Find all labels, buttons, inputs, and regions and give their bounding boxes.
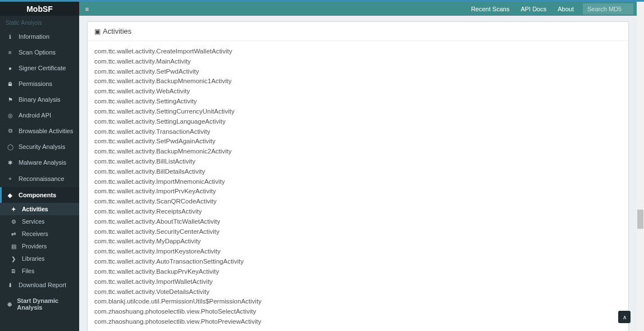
activity-item: com.ttc.wallet.activity.CreateImportWall… xyxy=(94,47,622,57)
activity-item: com.ttc.wallet.activity.ImportKeystoreAc… xyxy=(94,247,622,257)
nav-recon[interactable]: ＋Reconnaissance xyxy=(0,170,79,187)
main-scrollbar[interactable] xyxy=(637,2,644,331)
nav-permissions[interactable]: 🔒︎Permissions xyxy=(0,76,79,92)
nav-scan-options[interactable]: ≡Scan Options xyxy=(0,44,79,60)
receivers-icon: ⇄ xyxy=(9,231,18,237)
logo-text-a: Mob xyxy=(26,4,43,13)
nav-label: Activities xyxy=(22,206,48,212)
top-header: ≡ Recent Scans API Docs About xyxy=(79,2,637,16)
activity-item: com.ttc.wallet.activity.SetPwdActivity xyxy=(94,67,622,77)
nav-components[interactable]: ◆Components xyxy=(0,187,79,203)
activities-icon: ✦ xyxy=(9,206,18,212)
nav-label: Browsable Activities xyxy=(19,128,73,134)
nav-label: Information xyxy=(19,33,49,40)
nav-android-api[interactable]: ◎Android API xyxy=(0,107,79,123)
nav-binary[interactable]: ⚑Binary Analysis xyxy=(0,92,79,107)
nav-label: Providers xyxy=(22,243,47,250)
nav-label: Libraries xyxy=(22,255,44,262)
cert-icon: ● xyxy=(6,65,15,71)
nav-label: Services xyxy=(22,218,44,225)
activity-item: com.ttc.wallet.activity.MyDappActivity xyxy=(94,237,622,247)
activity-item: com.ttc.wallet.activity.WebActivity xyxy=(94,87,622,97)
chevron-up-icon: ∧ xyxy=(623,314,627,320)
activity-item: com.ttc.wallet.activity.AutoTransactionS… xyxy=(94,257,622,267)
components-icon: ◆ xyxy=(6,192,15,198)
activity-item: com.ttc.wallet.activity.ImportMnemonicAc… xyxy=(94,177,622,187)
activity-item: com.zhaoshuang.photoselectlib.view.Photo… xyxy=(94,317,622,327)
activity-item: com.ttc.wallet.activity.SettingCurrencyU… xyxy=(94,107,622,117)
info-icon: ℹ xyxy=(6,34,15,40)
activities-title: Activities xyxy=(103,27,131,35)
activity-item: com.ttc.wallet.activity.BillListActivity xyxy=(94,157,622,167)
activities-panel-header: ▣ Activities xyxy=(88,22,628,41)
activity-item: com.ttc.wallet.activity.BillDetailsActiv… xyxy=(94,167,622,177)
nav-label: Signer Certificate xyxy=(19,65,66,71)
activity-item: com.ttc.wallet.activity.ReceiptsActivity xyxy=(94,207,622,217)
nav-label: Scan Options xyxy=(19,49,56,56)
providers-icon: ▤ xyxy=(9,243,18,250)
nav-label: Binary Analysis xyxy=(19,96,61,103)
shield-icon: ◯ xyxy=(6,144,15,150)
files-icon: 🗎 xyxy=(9,268,18,274)
sub-providers[interactable]: ▤Providers xyxy=(0,240,79,252)
logo[interactable]: MobSF xyxy=(0,2,79,16)
flag-icon: ⚑ xyxy=(6,97,15,103)
nav-signer-cert[interactable]: ●Signer Certificate xyxy=(0,60,79,76)
target-icon: ◎ xyxy=(6,112,15,119)
activity-item: com.ttc.wallet.activity.AboutTtcWalletAc… xyxy=(94,217,622,227)
nav-label: Malware Analysis xyxy=(19,159,66,166)
activity-item: com.ttc.wallet.activity.VoteDetailsActiv… xyxy=(94,287,622,297)
activity-item: com.ttc.wallet.activity.BackupMnemonic2A… xyxy=(94,147,622,157)
activity-item: com.ttc.wallet.activity.ImportPrvKeyActi… xyxy=(94,187,622,197)
nav-label: Components xyxy=(19,192,56,198)
activities-header-icon: ▣ xyxy=(94,28,101,35)
services-icon: ⚙ xyxy=(9,219,18,225)
libraries-icon: ❯ xyxy=(9,256,18,262)
bug-icon: ✱ xyxy=(6,160,15,166)
sub-receivers[interactable]: ⇄Receivers xyxy=(0,228,79,240)
activity-item: com.ttc.wallet.activity.SettingActivity xyxy=(94,97,622,107)
sidebar: MobSF Static Analysis ℹInformation ≡Scan… xyxy=(0,2,79,331)
dynamic-icon: ⊕ xyxy=(6,301,13,307)
nav-label: Files xyxy=(22,267,34,274)
link-recent-scans[interactable]: Recent Scans xyxy=(465,6,515,12)
sidebar-toggle[interactable]: ≡ xyxy=(79,2,95,16)
link-about[interactable]: About xyxy=(552,6,579,12)
download-icon: ⬇ xyxy=(6,282,15,288)
activity-item: com.ttc.wallet.activity.TransactionActiv… xyxy=(94,127,622,137)
main-content[interactable]: ▣ Activities com.ttc.wallet.activity.Cre… xyxy=(79,16,637,331)
sub-files[interactable]: 🗎Files xyxy=(0,265,79,277)
sub-services[interactable]: ⚙Services xyxy=(0,215,79,228)
nav-label: Start Dynamic Analysis xyxy=(17,297,74,311)
activity-item: com.ttc.wallet.activity.MainActivity xyxy=(94,57,622,67)
sub-libraries[interactable]: ❯Libraries xyxy=(0,252,79,265)
nav-download[interactable]: ⬇Download Report xyxy=(0,277,79,293)
activity-item: com.ttc.wallet.activity.SetPwdAgainActiv… xyxy=(94,137,622,147)
scroll-thumb[interactable] xyxy=(637,210,643,229)
sidebar-section-header: Static Analysis xyxy=(0,16,79,29)
search-input[interactable] xyxy=(583,3,633,15)
activities-list: com.ttc.wallet.activity.CreateImportWall… xyxy=(88,41,628,331)
activity-item: com.ttc.wallet.activity.SettingLanguageA… xyxy=(94,117,622,127)
activity-item: com.ttc.wallet.activity.BackupPrvKeyActi… xyxy=(94,267,622,277)
logo-text-b: SF xyxy=(43,4,53,13)
activity-item: com.ttc.wallet.activity.ImportWalletActi… xyxy=(94,277,622,287)
nav-label: Reconnaissance xyxy=(19,175,64,182)
nav-label: Receivers xyxy=(22,230,48,237)
activity-item: com.blankj.utilcode.util.PermissionUtils… xyxy=(94,297,622,307)
nav-label: Download Report xyxy=(19,282,66,288)
nav-browsable[interactable]: ⧉Browsable Activities xyxy=(0,123,79,139)
nav-label: Permissions xyxy=(19,80,52,87)
activity-item: com.ttc.wallet.activity.ScanQRCodeActivi… xyxy=(94,197,622,207)
sub-activities[interactable]: ✦Activities xyxy=(0,203,79,215)
nav-information[interactable]: ℹInformation xyxy=(0,29,79,44)
nav-label: Android API xyxy=(19,112,51,119)
nav-security[interactable]: ◯Security Analysis xyxy=(0,139,79,155)
nav-label: Security Analysis xyxy=(19,143,65,150)
activities-panel: ▣ Activities com.ttc.wallet.activity.Cre… xyxy=(87,21,629,331)
link-api-docs[interactable]: API Docs xyxy=(515,6,552,12)
scroll-to-top-button[interactable]: ∧ xyxy=(618,311,631,323)
nav-dynamic[interactable]: ⊕Start Dynamic Analysis xyxy=(0,293,79,315)
activity-item: com.zhaoshuang.photoselectlib.view.Photo… xyxy=(94,307,622,317)
nav-malware[interactable]: ✱Malware Analysis xyxy=(0,155,79,170)
